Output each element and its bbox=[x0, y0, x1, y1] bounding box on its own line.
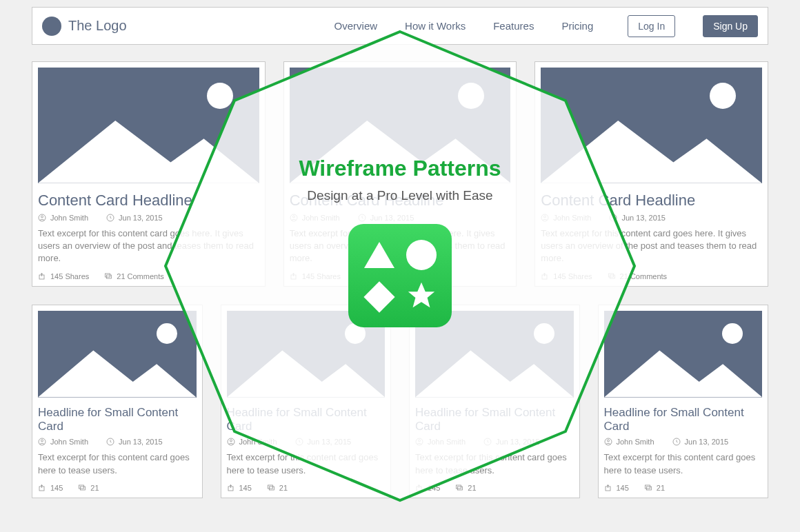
card-stats: 145 Shares 21 Comments bbox=[290, 272, 511, 280]
mountain-icon bbox=[604, 345, 763, 398]
card-author: John Smith bbox=[50, 214, 88, 222]
card-stats: 145 Shares 21 Comments bbox=[38, 272, 259, 280]
clock-icon bbox=[609, 214, 617, 222]
card-date: Jun 13, 2015 bbox=[308, 438, 352, 446]
content-card-small[interactable]: Headline for Small Content Card John Smi… bbox=[409, 305, 580, 498]
share-icon bbox=[38, 484, 46, 492]
svg-rect-40 bbox=[457, 485, 461, 489]
svg-point-44 bbox=[607, 440, 609, 442]
card-shares: 145 bbox=[239, 484, 252, 492]
svg-marker-35 bbox=[415, 351, 574, 398]
card-meta: John Smith Jun 13, 2015 bbox=[38, 214, 259, 222]
sun-icon bbox=[710, 83, 736, 109]
card-comments: 21 Comments bbox=[117, 272, 163, 280]
mountain-icon bbox=[38, 345, 197, 398]
card-excerpt: Text excerpt for this content card goes … bbox=[415, 451, 574, 476]
clock-icon bbox=[295, 438, 303, 446]
image-placeholder bbox=[290, 68, 511, 183]
card-shares: 145 Shares bbox=[302, 272, 341, 280]
card-headline: Headline for Small Content Card bbox=[415, 406, 574, 434]
mountain-icon bbox=[290, 114, 511, 183]
svg-point-23 bbox=[41, 440, 43, 442]
sun-icon bbox=[458, 83, 484, 109]
card-meta: John Smith Jun 13, 2015 bbox=[415, 438, 574, 446]
user-icon bbox=[541, 214, 549, 222]
svg-rect-33 bbox=[268, 485, 272, 489]
content-card-small[interactable]: Headline for Small Content Card John Smi… bbox=[598, 305, 769, 498]
comment-icon bbox=[78, 484, 86, 492]
image-placeholder bbox=[38, 311, 197, 398]
small-cards-row: Headline for Small Content Card John Smi… bbox=[32, 305, 768, 498]
svg-rect-12 bbox=[357, 274, 361, 277]
card-excerpt: Text excerpt for this content card goes … bbox=[290, 227, 511, 265]
card-author: John Smith bbox=[239, 438, 277, 446]
card-stats: 145 21 bbox=[227, 484, 386, 492]
mountain-icon bbox=[227, 345, 386, 398]
card-author: John Smith bbox=[302, 214, 340, 222]
svg-point-37 bbox=[419, 440, 421, 442]
content-card-small[interactable]: Headline for Small Content Card John Smi… bbox=[221, 305, 392, 498]
login-button[interactable]: Log In bbox=[628, 15, 675, 37]
svg-rect-6 bbox=[107, 275, 112, 278]
clock-icon bbox=[672, 438, 681, 446]
comment-icon bbox=[455, 484, 463, 492]
mountain-icon bbox=[415, 345, 574, 398]
card-headline: Headline for Small Content Card bbox=[604, 406, 763, 434]
user-icon bbox=[415, 438, 423, 446]
svg-rect-19 bbox=[608, 274, 613, 277]
signup-button[interactable]: Sign Up bbox=[703, 15, 758, 37]
svg-marker-42 bbox=[604, 351, 763, 398]
mountain-icon bbox=[541, 114, 762, 183]
card-shares: 145 Shares bbox=[553, 272, 592, 280]
share-icon bbox=[541, 272, 549, 280]
share-icon bbox=[227, 484, 235, 492]
comment-icon bbox=[267, 484, 275, 492]
card-comments: 21 Comments bbox=[368, 272, 415, 280]
nav-how-it-works[interactable]: How it Works bbox=[405, 20, 466, 32]
card-meta: John Smith Jun 13, 2015 bbox=[290, 214, 511, 222]
card-comments: 21 Comments bbox=[620, 272, 667, 280]
svg-rect-13 bbox=[358, 275, 363, 278]
svg-rect-41 bbox=[458, 487, 463, 490]
card-excerpt: Text excerpt for this content card goes … bbox=[38, 451, 197, 476]
card-stats: 145 21 bbox=[415, 484, 574, 492]
card-excerpt: Text excerpt for this content card goes … bbox=[541, 227, 762, 265]
svg-rect-27 bbox=[81, 487, 86, 490]
card-shares: 145 bbox=[617, 484, 629, 492]
share-icon bbox=[604, 484, 612, 492]
card-author: John Smith bbox=[428, 438, 466, 446]
card-headline: Headline for Small Content Card bbox=[38, 406, 197, 434]
svg-marker-7 bbox=[290, 121, 511, 183]
svg-rect-47 bbox=[645, 485, 650, 489]
sun-icon bbox=[207, 83, 233, 109]
card-headline: Content Card Headline bbox=[38, 192, 259, 209]
card-comments: 21 bbox=[279, 484, 288, 492]
nav-features[interactable]: Features bbox=[493, 20, 534, 32]
share-icon bbox=[415, 484, 423, 492]
header-bar: The Logo Overview How it Works Features … bbox=[32, 7, 768, 45]
clock-icon bbox=[106, 214, 114, 222]
share-icon bbox=[290, 272, 298, 280]
svg-rect-26 bbox=[79, 485, 84, 489]
image-placeholder bbox=[541, 68, 762, 183]
image-placeholder bbox=[415, 311, 574, 398]
card-date: Jun 13, 2015 bbox=[685, 438, 729, 446]
user-icon bbox=[38, 214, 46, 222]
content-card[interactable]: Content Card Headline John Smith Jun 13,… bbox=[32, 61, 266, 287]
main-nav: Overview How it Works Features Pricing L… bbox=[334, 15, 758, 37]
svg-rect-48 bbox=[646, 487, 651, 490]
nav-pricing[interactable]: Pricing bbox=[561, 20, 593, 32]
nav-overview[interactable]: Overview bbox=[334, 20, 378, 32]
card-headline: Content Card Headline bbox=[290, 192, 511, 209]
user-icon bbox=[38, 438, 46, 446]
content-card[interactable]: Content Card Headline John Smith Jun 13,… bbox=[283, 61, 517, 287]
content-card[interactable]: Content Card Headline John Smith Jun 13,… bbox=[534, 61, 768, 287]
content-card-small[interactable]: Headline for Small Content Card John Smi… bbox=[32, 305, 203, 498]
large-cards-row: Content Card Headline John Smith Jun 13,… bbox=[32, 61, 768, 287]
svg-rect-5 bbox=[106, 274, 110, 277]
mountain-icon bbox=[38, 114, 259, 183]
logo[interactable]: The Logo bbox=[42, 17, 127, 36]
share-icon bbox=[38, 272, 46, 280]
card-headline: Headline for Small Content Card bbox=[227, 406, 386, 434]
svg-point-16 bbox=[544, 216, 546, 218]
